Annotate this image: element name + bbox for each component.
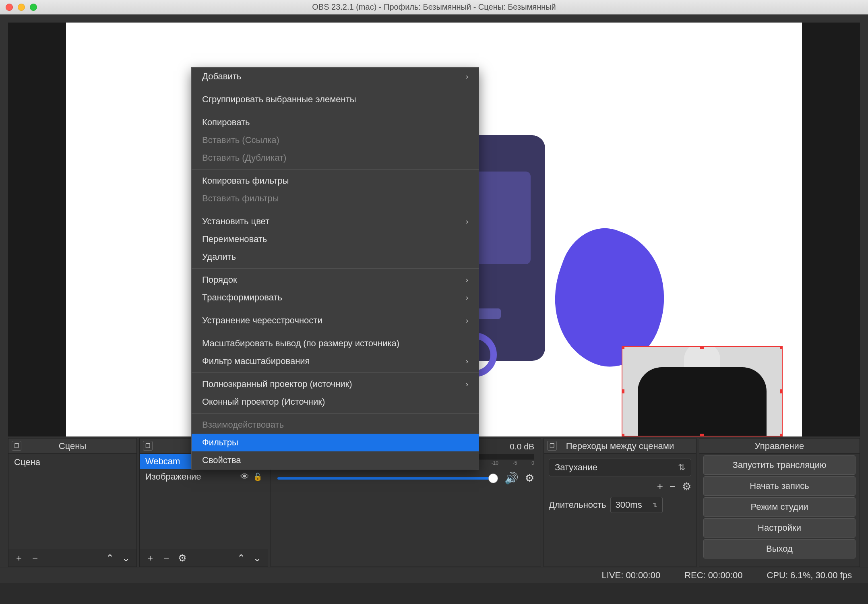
context-menu-item[interactable]: Масштабировать вывод (по размеру источни…: [192, 335, 479, 352]
transitions-title: Переходы между сценами: [566, 441, 674, 451]
slider-thumb[interactable]: [488, 474, 498, 483]
resize-handle[interactable]: [780, 434, 783, 436]
resize-handle[interactable]: [780, 346, 783, 349]
duration-input[interactable]: 300ms ⇅: [610, 497, 663, 513]
add-icon[interactable]: +: [143, 552, 157, 565]
resize-handle[interactable]: [622, 346, 624, 349]
context-menu-item[interactable]: Удалить: [192, 248, 479, 266]
window-controls: [6, 4, 37, 11]
visibility-icon[interactable]: 👁: [240, 472, 249, 482]
context-menu-item[interactable]: Оконный проектор (Источник): [192, 393, 479, 411]
context-menu-item[interactable]: Фильтры: [192, 434, 479, 451]
menu-item-label: Удалить: [202, 252, 236, 262]
control-button[interactable]: Выход: [703, 539, 856, 558]
context-menu-item[interactable]: Добавить›: [192, 68, 479, 85]
move-down-icon[interactable]: ⌄: [250, 552, 265, 565]
popout-icon[interactable]: ❐: [143, 441, 153, 451]
remove-icon[interactable]: −: [670, 480, 676, 493]
context-menu: Добавить›Сгруппировать выбранные элемент…: [191, 67, 479, 470]
minimize-icon[interactable]: [18, 4, 25, 11]
context-menu-item[interactable]: Сгруппировать выбранные элементы: [192, 91, 479, 108]
menu-item-label: Полноэкранный проектор (источник): [202, 379, 352, 389]
source-row[interactable]: Изображение👁🔓: [140, 469, 268, 484]
menu-item-label: Устранение чересстрочности: [202, 315, 322, 326]
updown-icon: ⇅: [678, 462, 685, 473]
context-menu-item[interactable]: Устранение чересстрочности›: [192, 312, 479, 329]
menu-item-label: Переименовать: [202, 234, 267, 244]
menu-item-label: Взаимодействовать: [202, 420, 284, 430]
remove-icon[interactable]: −: [28, 552, 42, 565]
popout-icon[interactable]: ❐: [12, 441, 21, 451]
context-menu-item[interactable]: Свойства: [192, 451, 479, 469]
menu-item-label: Фильтры: [202, 437, 238, 448]
context-menu-item[interactable]: Копировать: [192, 114, 479, 131]
context-menu-item[interactable]: Полноэкранный проектор (источник)›: [192, 375, 479, 393]
menu-item-label: Установить цвет: [202, 216, 269, 227]
statusbar: LIVE: 00:00:00 REC: 00:00:00 CPU: 6.1%, …: [0, 567, 868, 583]
chevron-right-icon: ›: [466, 316, 468, 325]
lock-icon[interactable]: 🔓: [253, 472, 262, 481]
control-button[interactable]: Запустить трансляцию: [703, 455, 856, 475]
resize-handle[interactable]: [622, 434, 624, 436]
chevron-right-icon: ›: [466, 294, 468, 302]
menu-item-label: Трансформировать: [202, 292, 282, 303]
menu-item-label: Вставить (Дубликат): [202, 153, 286, 163]
gear-icon[interactable]: ⚙: [682, 480, 691, 493]
context-menu-item[interactable]: Установить цвет›: [192, 213, 479, 230]
menu-item-label: Копировать: [202, 117, 250, 128]
menu-item-label: Вставить (Ссылка): [202, 135, 279, 145]
context-menu-item: Взаимодействовать: [192, 416, 479, 434]
move-up-icon[interactable]: ⌃: [234, 552, 248, 565]
context-menu-item: Вставить (Дубликат): [192, 149, 479, 167]
status-live: LIVE: 00:00:00: [602, 570, 661, 581]
gear-icon[interactable]: ⚙: [175, 552, 190, 565]
control-button[interactable]: Режим студии: [703, 497, 856, 517]
scene-row[interactable]: Сцена: [8, 454, 136, 471]
status-cpu: CPU: 6.1%, 30.00 fps: [767, 570, 852, 581]
menu-item-label: Масштабировать вывод (по размеру источни…: [202, 338, 399, 349]
volume-slider[interactable]: [277, 477, 498, 480]
resize-handle[interactable]: [700, 346, 704, 349]
mixer-level: 0.0 dB: [510, 442, 534, 451]
titlebar: OBS 23.2.1 (mac) - Профиль: Безымянный -…: [0, 0, 868, 14]
chevron-right-icon: ›: [466, 72, 468, 81]
controls-title: Управление: [755, 441, 804, 451]
transition-select[interactable]: Затухание ⇅: [549, 459, 691, 476]
context-menu-item[interactable]: Порядок›: [192, 271, 479, 289]
add-icon[interactable]: +: [657, 480, 663, 493]
context-menu-item[interactable]: Трансформировать›: [192, 289, 479, 306]
menu-item-label: Копировать фильтры: [202, 176, 289, 186]
webcam-source-bounds[interactable]: Make today Amazing: [622, 346, 783, 436]
control-button[interactable]: Настройки: [703, 518, 856, 538]
gear-icon[interactable]: ⚙: [525, 472, 534, 484]
move-up-icon[interactable]: ⌃: [103, 552, 117, 565]
stepper-icon[interactable]: ⇅: [653, 502, 657, 508]
duration-label: Длительность: [549, 500, 606, 510]
close-icon[interactable]: [6, 4, 13, 11]
remove-icon[interactable]: −: [159, 552, 174, 565]
maximize-icon[interactable]: [30, 4, 37, 11]
transitions-dock: ❐ Переходы между сценами Затухание ⇅ + −…: [544, 438, 696, 567]
resize-handle[interactable]: [700, 434, 704, 436]
chevron-right-icon: ›: [466, 276, 468, 284]
control-button[interactable]: Начать запись: [703, 476, 856, 496]
resize-handle[interactable]: [780, 389, 783, 393]
scenes-dock: ❐ Сцены Сцена + − ⌃ ⌄: [8, 438, 137, 567]
chevron-right-icon: ›: [466, 380, 468, 389]
chevron-right-icon: ›: [466, 357, 468, 366]
context-menu-item: Вставить (Ссылка): [192, 131, 479, 149]
menu-item-label: Добавить: [202, 71, 241, 82]
menu-item-label: Свойства: [202, 455, 241, 465]
status-rec: REC: 00:00:00: [684, 570, 742, 581]
context-menu-item[interactable]: Копировать фильтры: [192, 172, 479, 190]
speaker-icon[interactable]: 🔊: [504, 472, 519, 485]
controls-dock: Управление Запустить трансляциюНачать за…: [699, 438, 860, 567]
move-down-icon[interactable]: ⌄: [119, 552, 133, 565]
menu-item-label: Сгруппировать выбранные элементы: [202, 94, 356, 105]
context-menu-item[interactable]: Фильтр масштабирования›: [192, 352, 479, 370]
add-icon[interactable]: +: [12, 552, 26, 565]
resize-handle[interactable]: [622, 389, 624, 393]
menu-item-label: Фильтр масштабирования: [202, 356, 310, 366]
popout-icon[interactable]: ❐: [547, 441, 557, 451]
context-menu-item[interactable]: Переименовать: [192, 230, 479, 248]
